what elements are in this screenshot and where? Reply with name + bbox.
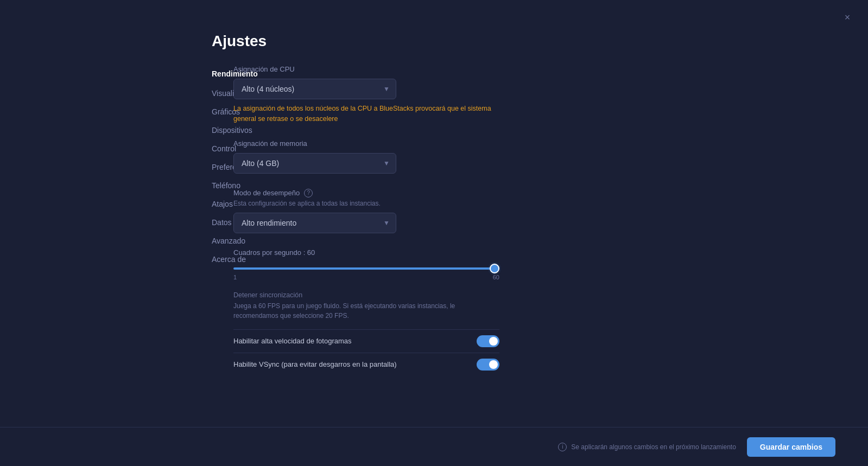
toggle-row-high-fps: Habilitar alta velocidad de fotogramas [233, 329, 499, 353]
fps-min-label: 1 [233, 274, 237, 280]
cpu-dropdown[interactable]: Bajo (1 núcleo)Medio (2 núcleos)Alto (4 … [233, 79, 396, 99]
fps-title: Cuadros por segundo : 60 [233, 248, 835, 257]
bottom-info-text: Se aplicarán algunos cambios en el próxi… [571, 443, 736, 451]
toggle-row-vsync: Habilite VSync (para evitar desgarros en… [233, 353, 499, 376]
sidebar: RendimientoVisualizadorGráficosDispositi… [0, 65, 212, 466]
toggle-thumb-vsync [489, 360, 498, 369]
performance-mode-section: Modo de desempeño ? Esta configuración s… [233, 189, 835, 233]
fps-slider[interactable] [233, 267, 499, 270]
cpu-warning: La asignación de todos los núcleos de la… [233, 104, 505, 124]
cpu-label: Asignación de CPU [233, 65, 835, 73]
sync-title: Detener sincronización [233, 291, 835, 299]
performance-mode-sublabel: Esta configuración se aplica a todas las… [233, 200, 835, 207]
cpu-section: Asignación de CPU Bajo (1 núcleo)Medio (… [233, 65, 835, 124]
performance-mode-help-icon[interactable]: ? [304, 189, 313, 197]
memory-section: Asignación de memoria Bajo (1 GB)Medio (… [233, 139, 835, 174]
save-button[interactable]: Guardar cambios [747, 437, 835, 457]
memory-dropdown[interactable]: Bajo (1 GB)Medio (2 GB)Alto (4 GB)Muy al… [233, 153, 396, 174]
performance-mode-label-row: Modo de desempeño ? [233, 189, 835, 197]
toggle-switch-vsync[interactable] [477, 359, 499, 371]
performance-mode-dropdown-wrapper: Rendimiento estándarAlto rendimientoUltr… [233, 213, 396, 233]
toggle-label-high-fps: Habilitar alta velocidad de fotogramas [233, 337, 352, 345]
sync-desc: Juega a 60 FPS para un juego fluido. Si … [233, 301, 499, 321]
performance-mode-dropdown[interactable]: Rendimiento estándarAlto rendimientoUltr… [233, 213, 396, 233]
memory-label: Asignación de memoria [233, 139, 835, 148]
bottom-bar: i Se aplicarán algunos cambios en el pró… [0, 427, 868, 466]
fps-section: Cuadros por segundo : 60 1 60 [233, 248, 835, 280]
cpu-dropdown-wrapper: Bajo (1 núcleo)Medio (2 núcleos)Alto (4 … [233, 79, 396, 99]
page-title: Ajustes [212, 33, 868, 50]
performance-mode-label: Modo de desempeño [233, 189, 300, 197]
sync-info: Detener sincronización Juega a 60 FPS pa… [233, 291, 835, 321]
info-icon: i [558, 443, 567, 451]
fps-slider-labels: 1 60 [233, 274, 499, 280]
bottom-info: i Se aplicarán algunos cambios en el pró… [558, 443, 736, 451]
main-content: Asignación de CPU Bajo (1 núcleo)Medio (… [212, 65, 868, 444]
fps-max-label: 60 [493, 274, 499, 280]
toggle-label-vsync: Habilite VSync (para evitar desgarros en… [233, 360, 397, 368]
close-button[interactable]: × [840, 10, 855, 25]
fps-slider-container: 1 60 [233, 262, 499, 280]
toggle-thumb-high-fps [489, 337, 498, 346]
memory-dropdown-wrapper: Bajo (1 GB)Medio (2 GB)Alto (4 GB)Muy al… [233, 153, 396, 174]
toggles-container: Habilitar alta velocidad de fotogramasHa… [233, 329, 835, 376]
toggle-switch-high-fps[interactable] [477, 335, 499, 347]
